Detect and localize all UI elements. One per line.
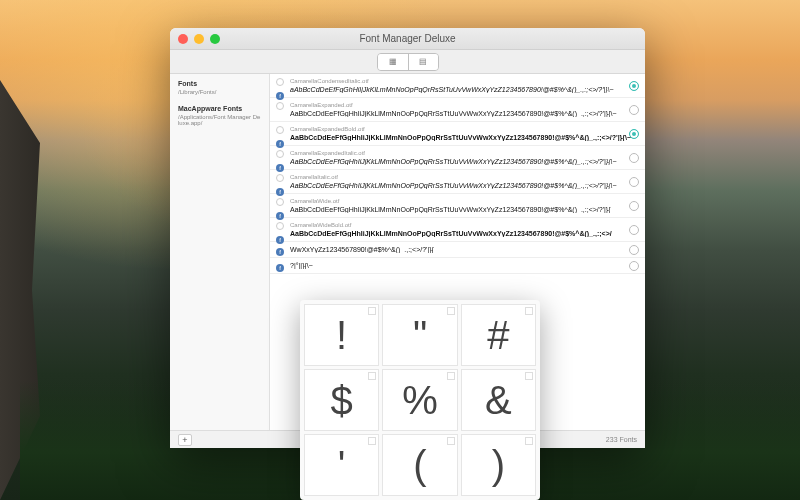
font-sample-text: aAbBcCdDeEfFgGhHiIjJkKlLmMnNoOpPqQrRsStT… <box>290 86 637 93</box>
character-cell[interactable]: ( <box>382 434 457 496</box>
expand-circle-icon[interactable] <box>276 78 284 86</box>
expand-circle-icon[interactable] <box>276 198 284 206</box>
character-cell[interactable]: " <box>382 304 457 366</box>
font-sample-text: ?|°||}{\~ <box>290 262 637 269</box>
expand-circle-icon[interactable] <box>276 174 284 182</box>
cell-corner-icon <box>368 372 376 380</box>
font-row[interactable]: CamarellaExpanded.otfAaBbCcDdEeFfGgHhIiJ… <box>270 98 645 122</box>
character-cell[interactable]: ' <box>304 434 379 496</box>
cell-corner-icon <box>447 372 455 380</box>
titlebar[interactable]: Font Manager Deluxe <box>170 28 645 50</box>
font-select-radio[interactable] <box>629 245 639 255</box>
font-row[interactable]: fWwXxYyZz1234567890!@#$%^&()_.,:;<>/?'|}… <box>270 242 645 258</box>
sidebar-group[interactable]: MacAppware Fonts /Applications/Font Mana… <box>178 105 261 126</box>
view-list-button[interactable]: ▦ <box>378 54 408 70</box>
font-select-radio[interactable] <box>629 129 639 139</box>
expand-circle-icon[interactable] <box>276 126 284 134</box>
window-title: Font Manager Deluxe <box>170 33 645 44</box>
font-row[interactable]: f?|°||}{\~ <box>270 258 645 274</box>
font-count-label: 233 Fonts <box>606 436 637 443</box>
sidebar-group-path: /Library/Fonts/ <box>178 89 261 95</box>
expand-circle-icon[interactable] <box>276 222 284 230</box>
font-filename: CamarellaExpandedBold.otf <box>290 126 637 132</box>
font-sample-text: AaBbCcDdEeFfGgHhIiJjKkLlMmNnOoPpQqRrSsTt… <box>290 134 637 141</box>
footer-left: + <box>178 434 192 446</box>
font-select-radio[interactable] <box>629 81 639 91</box>
cell-corner-icon <box>525 437 533 445</box>
expand-circle-icon[interactable] <box>276 150 284 158</box>
cell-corner-icon <box>447 437 455 445</box>
cell-corner-icon <box>447 307 455 315</box>
character-cell[interactable]: ) <box>461 434 536 496</box>
cell-corner-icon <box>525 307 533 315</box>
cell-corner-icon <box>368 437 376 445</box>
expand-circle-icon[interactable] <box>276 102 284 110</box>
font-filename: CamarellaExpanded.otf <box>290 102 637 108</box>
font-sample-text: AaBbCcDdEeFfGgHhIiJjKkLlMmNnOoPpQqRrSsTt… <box>290 182 637 189</box>
font-sample-text: WwXxYyZz1234567890!@#$%^&()_.,:;<>/?'|}{ <box>290 246 637 253</box>
font-sample-text: AaBbCcDdEeFfGgHhIiJjKkLlMmNnOoPpQqRrSsTt… <box>290 110 637 117</box>
font-sample-text: AaBbCcDdEeFfGgHhIiJjKkLlMmNnOoPpQqRrSsTt… <box>290 158 637 165</box>
font-filename: CamarellaItalic.otf <box>290 174 637 180</box>
font-row[interactable]: fCamarellaExpandedItalic.otfAaBbCcDdEeFf… <box>270 146 645 170</box>
font-select-radio[interactable] <box>629 261 639 271</box>
font-row[interactable]: fCamarellaItalic.otfAaBbCcDdEeFfGgHhIiJj… <box>270 170 645 194</box>
character-cell[interactable]: % <box>382 369 457 431</box>
view-segmented-control: ▦ ▤ <box>377 53 439 71</box>
font-filename: CamarellaWideBold.otf <box>290 222 637 228</box>
sidebar-group-title: Fonts <box>178 80 261 87</box>
font-select-radio[interactable] <box>629 177 639 187</box>
font-sample-text: AaBbCcDdEeFfGgHhIiJjKkLlMmNnOoPpQqRrSsTt… <box>290 230 637 237</box>
character-cell[interactable]: # <box>461 304 536 366</box>
sidebar-group-title: MacAppware Fonts <box>178 105 261 112</box>
font-filename: CamarellaExpandedItalic.otf <box>290 150 637 156</box>
character-cell[interactable]: & <box>461 369 536 431</box>
font-row[interactable]: fCamarellaExpandedBold.otfAaBbCcDdEeFfGg… <box>270 122 645 146</box>
font-select-radio[interactable] <box>629 153 639 163</box>
character-panel[interactable]: !"#$%&'() <box>300 300 540 500</box>
font-select-radio[interactable] <box>629 105 639 115</box>
cell-corner-icon <box>525 372 533 380</box>
font-row[interactable]: fCamarellaCondensedItalic.otfaAbBcCdDeEf… <box>270 74 645 98</box>
font-row[interactable]: fCamarellaWideBold.otfAaBbCcDdEeFfGgHhIi… <box>270 218 645 242</box>
cell-corner-icon <box>368 307 376 315</box>
font-filename: CamarellaWide.otf <box>290 198 637 204</box>
font-sample-text: AaBbCcDdEeFfGgHhIiJjKkLlMmNnOoPpQqRrSsTt… <box>290 206 637 213</box>
character-cell[interactable]: $ <box>304 369 379 431</box>
sidebar-group-path: /Applications/Font Manager Deluxe.app/ <box>178 114 261 126</box>
character-grid: !"#$%&'() <box>304 304 536 496</box>
font-select-radio[interactable] <box>629 225 639 235</box>
sidebar-group[interactable]: Fonts /Library/Fonts/ <box>178 80 261 95</box>
toolbar: ▦ ▤ <box>170 50 645 74</box>
font-filename: CamarellaCondensedItalic.otf <box>290 78 637 84</box>
font-select-radio[interactable] <box>629 201 639 211</box>
view-grid-button[interactable]: ▤ <box>408 54 438 70</box>
font-row[interactable]: fCamarellaWide.otfAaBbCcDdEeFfGgHhIiJjKk… <box>270 194 645 218</box>
add-button[interactable]: + <box>178 434 192 446</box>
character-cell[interactable]: ! <box>304 304 379 366</box>
font-badge-icon: f <box>276 248 284 256</box>
font-badge-icon: f <box>276 264 284 272</box>
sidebar: Fonts /Library/Fonts/ MacAppware Fonts /… <box>170 74 270 430</box>
